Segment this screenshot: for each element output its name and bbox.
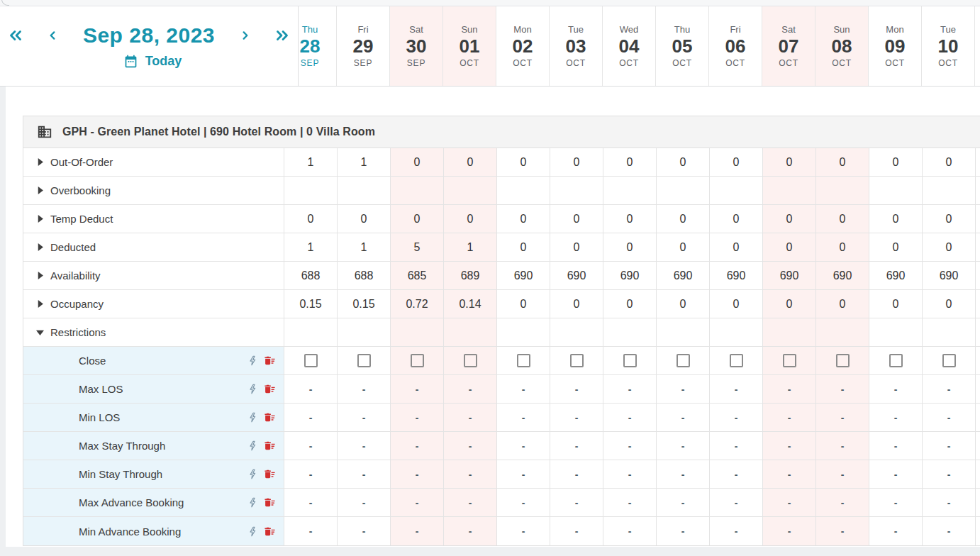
- cell-min-los-8[interactable]: -: [709, 404, 762, 431]
- cell-max-stay-through-12[interactable]: -: [922, 432, 975, 460]
- row-label-temp-deduct[interactable]: Temp Deduct: [23, 205, 284, 233]
- cell-max-los-0[interactable]: -: [284, 375, 337, 403]
- cell-min-los-5[interactable]: -: [550, 404, 603, 431]
- cell-max-advance-booking-6[interactable]: -: [603, 489, 656, 516]
- cell-max-advance-booking-7[interactable]: -: [656, 489, 709, 516]
- close-checkbox[interactable]: [304, 354, 318, 367]
- first-page-button[interactable]: [5, 25, 26, 46]
- cell-max-advance-booking-5[interactable]: -: [550, 489, 603, 516]
- cell-max-advance-booking-11[interactable]: -: [869, 489, 922, 516]
- cell-min-los-9[interactable]: -: [762, 404, 815, 431]
- cell-max-los-2[interactable]: -: [390, 375, 443, 403]
- cell-min-advance-booking-6[interactable]: -: [603, 517, 656, 545]
- close-checkbox[interactable]: [411, 354, 424, 367]
- close-checkbox[interactable]: [783, 354, 796, 367]
- close-checkbox[interactable]: [623, 354, 637, 367]
- cell-min-los-1[interactable]: -: [337, 404, 390, 431]
- cell-min-advance-booking-3[interactable]: -: [443, 517, 496, 545]
- cell-min-stay-through-7[interactable]: -: [656, 460, 709, 488]
- cell-max-advance-booking-12[interactable]: -: [922, 489, 975, 516]
- cell-min-advance-booking-11[interactable]: -: [869, 517, 922, 545]
- cell-min-los-0[interactable]: -: [284, 404, 337, 431]
- cell-min-advance-booking-5[interactable]: -: [550, 517, 603, 545]
- cell-max-advance-booking-1[interactable]: -: [337, 489, 390, 516]
- cell-min-stay-through-6[interactable]: -: [603, 460, 656, 488]
- row-label-deducted[interactable]: Deducted: [23, 233, 284, 261]
- cell-max-advance-booking-8[interactable]: -: [709, 489, 762, 516]
- cell-max-advance-booking-4[interactable]: -: [496, 489, 550, 516]
- bulk-update-button[interactable]: [247, 468, 258, 480]
- cell-max-stay-through-7[interactable]: -: [656, 432, 709, 460]
- close-checkbox[interactable]: [357, 354, 371, 367]
- clear-restriction-button[interactable]: [263, 411, 277, 423]
- close-checkbox[interactable]: [889, 354, 903, 367]
- cell-min-stay-through-9[interactable]: -: [762, 460, 815, 488]
- last-page-button[interactable]: [272, 25, 293, 46]
- cell-max-los-4[interactable]: -: [496, 375, 550, 403]
- cell-min-stay-through-0[interactable]: -: [284, 460, 337, 488]
- bulk-update-button[interactable]: [247, 411, 258, 423]
- row-label-overbooking[interactable]: Overbooking: [23, 177, 284, 204]
- close-checkbox[interactable]: [517, 354, 530, 367]
- cell-min-los-10[interactable]: -: [815, 404, 869, 431]
- today-button[interactable]: Today: [123, 54, 182, 69]
- cell-max-advance-booking-0[interactable]: -: [284, 489, 337, 516]
- bulk-update-button[interactable]: [247, 355, 258, 367]
- cell-max-los-11[interactable]: -: [869, 375, 922, 403]
- cell-min-stay-through-2[interactable]: -: [390, 460, 443, 488]
- cell-max-advance-booking-2[interactable]: -: [390, 489, 443, 516]
- cell-max-los-5[interactable]: -: [550, 375, 603, 403]
- next-day-button[interactable]: [236, 26, 255, 45]
- cell-max-stay-through-6[interactable]: -: [603, 432, 656, 460]
- cell-min-advance-booking-12[interactable]: -: [922, 517, 975, 545]
- cell-max-advance-booking-9[interactable]: -: [762, 489, 815, 516]
- close-checkbox[interactable]: [464, 354, 477, 367]
- cell-min-stay-through-5[interactable]: -: [550, 460, 603, 488]
- cell-min-los-2[interactable]: -: [390, 404, 443, 431]
- clear-restriction-button[interactable]: [263, 355, 277, 367]
- cell-max-stay-through-3[interactable]: -: [443, 432, 496, 460]
- close-checkbox[interactable]: [836, 354, 850, 367]
- cell-min-los-6[interactable]: -: [603, 404, 656, 431]
- cell-max-stay-through-0[interactable]: -: [284, 432, 337, 460]
- clear-restriction-button[interactable]: [263, 468, 277, 480]
- cell-min-los-11[interactable]: -: [869, 404, 922, 431]
- close-checkbox[interactable]: [676, 354, 690, 367]
- cell-max-los-12[interactable]: -: [922, 375, 975, 403]
- cell-min-advance-booking-1[interactable]: -: [337, 517, 390, 545]
- clear-restriction-button[interactable]: [263, 526, 277, 538]
- cell-min-advance-booking-9[interactable]: -: [762, 517, 815, 545]
- cell-min-advance-booking-7[interactable]: -: [656, 517, 709, 545]
- cell-max-stay-through-2[interactable]: -: [390, 432, 443, 460]
- cell-min-advance-booking-2[interactable]: -: [390, 517, 443, 545]
- cell-max-los-10[interactable]: -: [815, 375, 869, 403]
- close-checkbox[interactable]: [942, 354, 956, 367]
- cell-max-los-1[interactable]: -: [337, 375, 390, 403]
- cell-max-stay-through-5[interactable]: -: [550, 432, 603, 460]
- cell-min-stay-through-3[interactable]: -: [443, 460, 496, 488]
- cell-min-los-4[interactable]: -: [496, 404, 550, 431]
- row-label-availability[interactable]: Availability: [23, 262, 284, 289]
- row-label-restrictions[interactable]: Restrictions: [23, 318, 284, 346]
- bulk-update-button[interactable]: [247, 526, 258, 538]
- cell-min-advance-booking-8[interactable]: -: [709, 517, 762, 545]
- prev-day-button[interactable]: [43, 26, 62, 45]
- cell-max-stay-through-8[interactable]: -: [709, 432, 762, 460]
- cell-max-los-9[interactable]: -: [762, 375, 815, 403]
- cell-max-los-8[interactable]: -: [709, 375, 762, 403]
- cell-max-los-6[interactable]: -: [603, 375, 656, 403]
- cell-min-advance-booking-0[interactable]: -: [284, 517, 337, 545]
- cell-min-los-12[interactable]: -: [922, 404, 975, 431]
- cell-max-stay-through-9[interactable]: -: [762, 432, 815, 460]
- cell-max-advance-booking-10[interactable]: -: [815, 489, 869, 516]
- bulk-update-button[interactable]: [247, 496, 258, 508]
- cell-min-stay-through-8[interactable]: -: [709, 460, 762, 488]
- close-checkbox[interactable]: [570, 354, 584, 367]
- cell-min-advance-booking-10[interactable]: -: [815, 517, 869, 545]
- close-checkbox[interactable]: [730, 354, 743, 367]
- cell-max-los-7[interactable]: -: [656, 375, 709, 403]
- cell-max-advance-booking-3[interactable]: -: [443, 489, 496, 516]
- row-label-occupancy[interactable]: Occupancy: [23, 290, 284, 318]
- cell-max-stay-through-10[interactable]: -: [815, 432, 869, 460]
- clear-restriction-button[interactable]: [263, 496, 277, 508]
